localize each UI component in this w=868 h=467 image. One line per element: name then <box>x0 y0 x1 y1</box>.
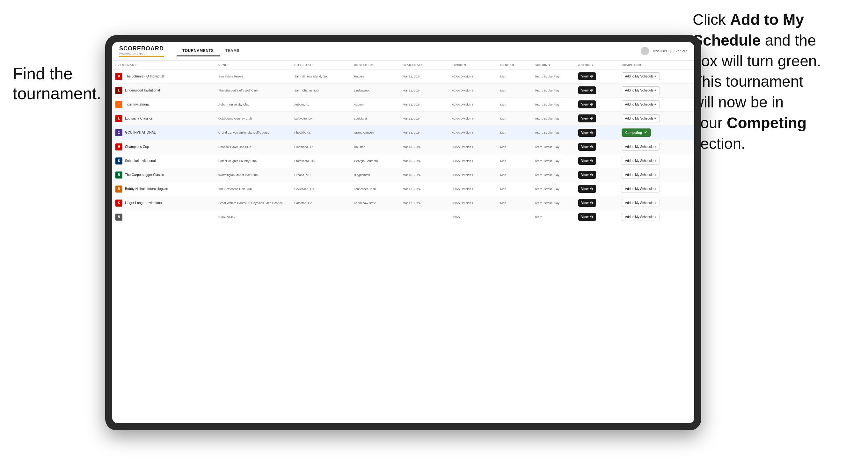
scoring-cell: Team, Stroke Play <box>532 112 575 126</box>
view-button[interactable]: View ⊙ <box>578 213 596 221</box>
gender-cell <box>497 210 531 224</box>
date-cell: Mar 17, 2024 <box>399 196 448 210</box>
event-name-cell: G GCU INVITATIONAL <box>115 129 212 136</box>
competing-button[interactable]: Competing ✓ <box>622 128 651 137</box>
gender-cell: Men <box>497 168 531 182</box>
gender-cell: Men <box>497 126 531 140</box>
competing-cell: Add to My Schedule + <box>618 210 694 224</box>
city-cell: Saint Charles, MO <box>291 84 351 97</box>
add-schedule-label: Add to My Schedule + <box>625 145 656 149</box>
hosted-cell: Binghamton <box>351 168 399 182</box>
view-button[interactable]: View ⊙ <box>578 157 596 165</box>
team-logo: L <box>115 87 122 94</box>
add-schedule-button[interactable]: Add to My Schedule + <box>622 143 660 151</box>
gender-cell: Men <box>497 182 531 196</box>
actions-cell: View ⊙ <box>575 84 618 97</box>
venue-cell: Worthington Manor Golf Club <box>215 168 291 182</box>
add-schedule-button[interactable]: Add to My Schedule + <box>622 213 660 221</box>
table-body: R The Johnnie - O Individual Sea Palms R… <box>112 69 694 224</box>
add-schedule-button[interactable]: Add to My Schedule + <box>622 171 660 179</box>
add-schedule-button[interactable]: Add to My Schedule + <box>622 185 660 193</box>
team-logo: B <box>115 214 122 221</box>
date-cell: Mar 13, 2024 <box>399 140 448 154</box>
view-button[interactable]: View ⊙ <box>578 143 596 151</box>
division-cell: NCAA Division I <box>448 154 497 168</box>
event-name-text: Bobby Nichols Intercollegiate <box>125 187 168 191</box>
hosted-cell: Grand Canyon <box>351 126 399 140</box>
add-schedule-label: Add to My Schedule + <box>625 89 656 92</box>
view-button[interactable]: View ⊙ <box>578 199 596 207</box>
add-schedule-button[interactable]: Add to My Schedule + <box>622 157 660 165</box>
view-button[interactable]: View ⊙ <box>578 72 596 80</box>
add-schedule-button[interactable]: Add to My Schedule + <box>622 100 660 108</box>
scoring-cell: Team, Stroke Play <box>532 84 575 97</box>
scoring-cell: Team, Stroke Play <box>532 69 575 84</box>
add-schedule-button[interactable]: Add to My Schedule + <box>622 86 660 94</box>
team-logo: S <box>115 157 122 164</box>
hosted-cell: Tennessee Tech <box>351 182 399 196</box>
col-header-venue: VENUE <box>215 61 291 69</box>
col-header-actions: ACTIONS <box>575 61 618 69</box>
city-cell <box>291 210 351 224</box>
team-logo: H <box>115 144 122 151</box>
date-cell: Mar 16, 2024 <box>399 168 448 182</box>
team-logo: B <box>115 172 122 179</box>
annotation-left: Find the tournament. <box>13 64 102 103</box>
add-schedule-button[interactable]: Add to My Schedule + <box>622 115 660 122</box>
check-icon: ✓ <box>644 130 647 135</box>
table-header-row: EVENT NAME VENUE CITY, STATE HOSTED BY S… <box>112 61 694 69</box>
event-name-text: Louisiana Classics <box>125 116 153 121</box>
sign-out-link[interactable]: Sign out <box>675 49 687 53</box>
date-cell: Mar 15, 2024 <box>399 154 448 168</box>
actions-cell: View ⊙ <box>575 182 618 196</box>
team-logo: L <box>115 115 122 122</box>
event-name-cell: B The Carpetbagger Classic <box>115 172 212 179</box>
competing-cell: Add to My Schedule + <box>618 140 694 154</box>
gender-cell: Men <box>497 84 531 97</box>
venue-cell: Forest Heights Country Club <box>215 154 291 168</box>
col-header-date: START DATE <box>399 61 448 69</box>
event-name-cell: B <box>115 214 212 221</box>
table-row: B The Carpetbagger Classic Worthington M… <box>112 168 694 182</box>
actions-cell: View ⊙ <box>575 97 618 112</box>
eye-icon: ⊙ <box>590 173 593 177</box>
team-logo: R <box>115 73 122 80</box>
logo-area: SCOREBOARD Powered by clippd <box>119 45 164 57</box>
add-schedule-button[interactable]: Add to My Schedule + <box>622 199 660 207</box>
view-button[interactable]: View ⊙ <box>578 129 596 137</box>
add-schedule-label: Add to My Schedule + <box>625 103 656 106</box>
hosted-cell: Auburn <box>351 97 399 112</box>
table-row: L Lindenwood Invitational The Missouri B… <box>112 84 694 97</box>
table-container: EVENT NAME VENUE CITY, STATE HOSTED BY S… <box>112 61 694 423</box>
scoring-cell: Team, Stroke Play <box>532 154 575 168</box>
col-header-scoring: SCORING <box>532 61 575 69</box>
gender-cell: Men <box>497 112 531 126</box>
add-schedule-label: Add to My Schedule + <box>625 201 656 205</box>
tab-tournaments[interactable]: TOURNAMENTS <box>177 46 220 56</box>
date-cell: Mar 11, 2024 <box>399 84 448 97</box>
division-cell: NCAA <box>448 210 497 224</box>
gender-cell: Men <box>497 196 531 210</box>
actions-cell: View ⊙ <box>575 196 618 210</box>
hosted-cell: Rutgers <box>351 69 399 84</box>
event-name-text: The Carpetbagger Classic <box>125 173 164 177</box>
eye-icon: ⊙ <box>590 88 593 92</box>
table-row: T Tiger Invitational Auburn University C… <box>112 97 694 112</box>
scoring-cell: Team, Stroke Play <box>532 182 575 196</box>
date-cell: Mar 11, 2024 <box>399 97 448 112</box>
view-button[interactable]: View ⊙ <box>578 185 596 193</box>
event-name-cell: S Schenkel Invitational <box>115 157 212 164</box>
add-schedule-button[interactable]: Add to My Schedule + <box>622 72 660 80</box>
view-button[interactable]: View ⊙ <box>578 171 596 179</box>
event-name-cell: B Bobby Nichols Intercollegiate <box>115 186 212 192</box>
eye-icon: ⊙ <box>590 74 593 79</box>
view-button[interactable]: View ⊙ <box>578 100 596 108</box>
city-cell: Urbana, MD <box>291 168 351 182</box>
city-cell: Richmond, TX <box>291 140 351 154</box>
division-cell: NCAA Division I <box>448 69 497 84</box>
tab-teams[interactable]: TEAMS <box>220 46 245 56</box>
view-button[interactable]: View ⊙ <box>578 115 596 122</box>
city-cell: Saint Simons Island, GA <box>291 69 351 84</box>
city-cell: Sevierville, TN <box>291 182 351 196</box>
view-button[interactable]: View ⊙ <box>578 86 596 94</box>
